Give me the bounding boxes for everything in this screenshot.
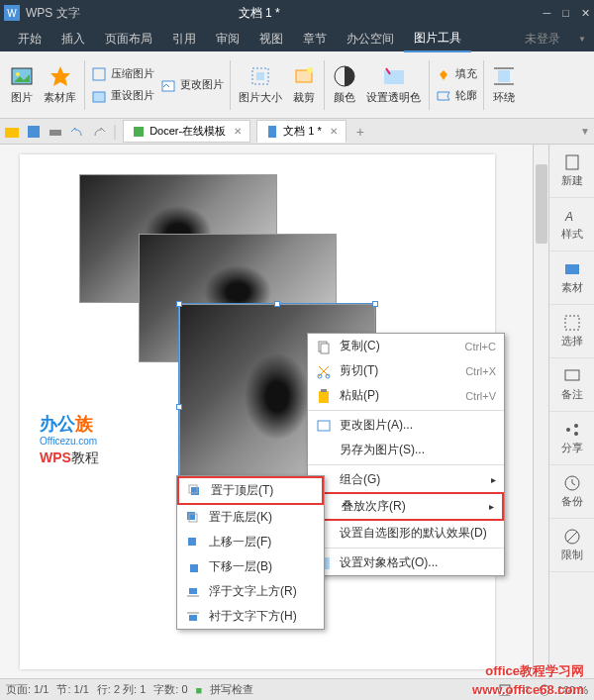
vertical-scrollbar[interactable] — [533, 145, 548, 678]
side-style[interactable]: A 样式 — [549, 198, 594, 251]
status-rowcol: 行: 2 列: 1 — [97, 682, 147, 697]
ctx-default-effect[interactable]: 设置自选图形的默认效果(D) — [308, 521, 504, 546]
tab-close-icon[interactable]: ✕ — [330, 126, 338, 137]
crop-icon — [292, 64, 316, 88]
forward-icon — [185, 535, 201, 550]
tab-docer[interactable]: Docer-在线模板 ✕ — [123, 120, 250, 143]
ribbon-color[interactable]: 颜色 — [329, 62, 360, 107]
change-icon — [160, 77, 176, 93]
open-icon[interactable] — [4, 124, 20, 140]
tab-close-icon[interactable]: ✕ — [234, 126, 242, 137]
sub-below-text[interactable]: 衬于文字下方(H) — [177, 604, 324, 629]
size-icon — [248, 64, 272, 88]
ribbon-transparent[interactable]: 设置透明色 — [362, 62, 425, 107]
menu-chapter[interactable]: 章节 — [293, 27, 337, 51]
ribbon-crop[interactable]: 裁剪 — [288, 62, 320, 107]
app-icon: W — [4, 5, 20, 21]
svg-rect-44 — [188, 538, 196, 546]
svg-rect-4 — [93, 68, 105, 80]
ctx-paste[interactable]: 粘贴(P) Ctrl+V — [308, 383, 504, 408]
ribbon-wrap[interactable]: 环绕 — [488, 62, 520, 107]
submenu-arrow-icon: ▸ — [489, 501, 494, 512]
sub-forward[interactable]: 上移一层(F) — [177, 530, 324, 554]
save-icon[interactable] — [26, 124, 42, 140]
side-share[interactable]: 分享 — [549, 412, 594, 465]
sub-backward[interactable]: 下移一层(B) — [177, 554, 324, 579]
menu-picture-tools[interactable]: 图片工具 — [404, 26, 471, 52]
side-limit[interactable]: 限制 — [549, 519, 594, 572]
fill-icon — [436, 66, 451, 82]
side-material[interactable]: 素材 — [549, 251, 594, 305]
menubar: 开始 插入 页面布局 引用 审阅 视图 章节 办公空间 图片工具 未登录 ▼ — [0, 26, 594, 51]
svg-rect-21 — [566, 155, 578, 169]
svg-rect-45 — [190, 564, 198, 572]
menu-layout[interactable]: 页面布局 — [95, 27, 162, 51]
menu-start[interactable]: 开始 — [8, 27, 51, 51]
ribbon-fill[interactable]: 填充 — [434, 64, 479, 84]
side-select[interactable]: 选择 — [549, 305, 594, 358]
sub-send-back[interactable]: 置于底层(K) — [177, 505, 324, 530]
minimize-button[interactable]: ─ — [544, 7, 551, 20]
ctx-change-picture[interactable]: 更改图片(A)... — [308, 413, 504, 438]
svg-rect-23 — [565, 264, 579, 274]
submenu-arrow-icon: ▸ — [491, 474, 496, 485]
redo-icon[interactable] — [91, 124, 107, 140]
side-backup[interactable]: 备份 — [549, 465, 594, 519]
ribbon-material[interactable]: 素材库 — [40, 62, 80, 107]
ribbon-change[interactable]: 更改图片 — [158, 75, 226, 95]
comment-icon — [563, 367, 581, 385]
undo-icon[interactable] — [69, 124, 85, 140]
side-panel: 新建 A 样式 素材 选择 备注 分享 备份 限制 — [548, 145, 594, 678]
status-page[interactable]: 页面: 1/1 — [6, 682, 49, 697]
ctx-cut[interactable]: 剪切(T) Ctrl+X — [308, 358, 504, 383]
svg-rect-40 — [191, 487, 199, 495]
svg-point-26 — [566, 428, 570, 432]
add-tab-button[interactable]: + — [356, 124, 364, 140]
status-chars[interactable]: 字数: 0 — [153, 682, 187, 697]
backup-icon — [563, 474, 581, 492]
menu-view[interactable]: 视图 — [249, 27, 293, 51]
close-button[interactable]: ✕ — [581, 7, 590, 20]
menu-office[interactable]: 办公空间 — [337, 27, 404, 51]
sub-bring-front[interactable]: 置于顶层(T) — [177, 476, 324, 505]
ribbon-picture[interactable]: 图片 — [6, 62, 38, 107]
ribbon-reset[interactable]: 重设图片 — [89, 86, 156, 106]
ribbon-compress[interactable]: 压缩图片 — [89, 64, 156, 84]
ctx-order[interactable]: 叠放次序(R) ▸ — [308, 492, 504, 521]
new-icon — [563, 153, 581, 171]
ctx-group[interactable]: 组合(G) ▸ — [308, 467, 504, 492]
backward-icon — [185, 559, 201, 575]
ctx-format[interactable]: 设置对象格式(O)... — [308, 550, 504, 575]
change-pic-icon — [316, 418, 332, 434]
side-comment[interactable]: 备注 — [549, 358, 594, 412]
ribbon-outline[interactable]: 轮廓 — [434, 86, 479, 106]
print-icon[interactable] — [48, 124, 63, 140]
svg-rect-38 — [318, 421, 330, 431]
menu-dropdown-icon[interactable]: ▼ — [578, 35, 586, 44]
svg-rect-17 — [28, 126, 40, 138]
ctx-save-as-picture[interactable]: 另存为图片(S)... — [308, 438, 504, 462]
menu-insert[interactable]: 插入 — [51, 27, 95, 51]
menu-reference[interactable]: 引用 — [162, 27, 206, 51]
menu-review[interactable]: 审阅 — [206, 27, 249, 51]
cut-icon — [316, 363, 332, 379]
style-icon: A — [563, 207, 581, 225]
limit-icon — [563, 528, 581, 546]
ctx-copy[interactable]: 复制(C) Ctrl+C — [308, 334, 504, 358]
brand-watermark: 办公族 Officezu.com WPS教程 — [40, 412, 99, 467]
footer-watermark-1: office教程学习网 — [485, 662, 584, 680]
maximize-button[interactable]: □ — [562, 7, 569, 20]
sub-above-text[interactable]: 浮于文字上方(R) — [177, 579, 324, 604]
login-status[interactable]: 未登录 — [515, 27, 570, 51]
svg-rect-5 — [93, 92, 105, 102]
svg-rect-46 — [189, 588, 197, 594]
side-new[interactable]: 新建 — [549, 145, 594, 198]
tab-doc1[interactable]: 文档 1 * ✕ — [256, 120, 346, 143]
tab-list-icon[interactable]: ▼ — [580, 126, 590, 137]
ribbon-size[interactable]: 图片大小 — [235, 62, 286, 107]
document-title: 文档 1 * — [239, 5, 280, 22]
svg-point-28 — [574, 432, 578, 436]
status-spell[interactable]: 拼写检查 — [210, 682, 253, 697]
ribbon: 图片 素材库 压缩图片 重设图片 更改图片 图片大小 裁剪 颜色 设置 — [0, 51, 594, 119]
scroll-thumb[interactable] — [536, 164, 547, 244]
